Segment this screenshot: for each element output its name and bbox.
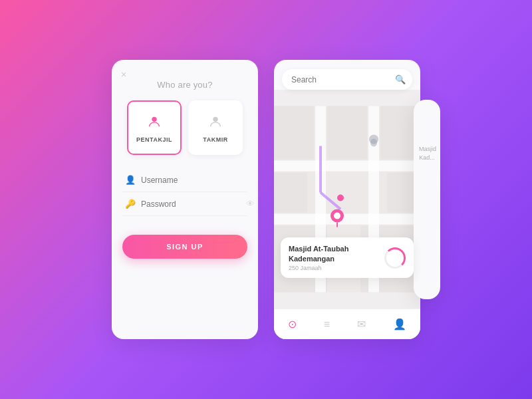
close-button[interactable]: × xyxy=(121,69,126,80)
map-card: 🔍 xyxy=(274,60,420,339)
svg-rect-4 xyxy=(327,106,367,160)
nav-inbox-icon[interactable]: ✉ xyxy=(357,318,366,331)
svg-point-1 xyxy=(213,117,217,122)
username-row: 👤 xyxy=(122,168,247,192)
signup-button[interactable]: SIGN UP xyxy=(122,235,247,259)
role-takmir[interactable]: TAKMIR xyxy=(188,100,243,155)
search-input[interactable] xyxy=(291,75,391,84)
svg-rect-3 xyxy=(274,106,314,160)
password-icon: 🔑 xyxy=(125,199,136,209)
search-icon: 🔍 xyxy=(395,74,406,84)
username-input[interactable] xyxy=(141,176,245,185)
password-row: 🔑 👁 xyxy=(122,192,247,216)
pentakjil-label: PENTAKJIL xyxy=(136,136,172,143)
nav-list-icon[interactable]: ≡ xyxy=(324,319,330,331)
bottom-nav: ⊙ ≡ ✉ 👤 xyxy=(274,309,420,339)
svg-rect-13 xyxy=(274,214,420,225)
location-info-card: Masjid At-TaubahKademangan 250 Jamaah xyxy=(281,237,414,278)
nav-home-icon[interactable]: ⊙ xyxy=(288,318,297,331)
location-info-text: Masjid At-TaubahKademangan 250 Jamaah xyxy=(289,244,348,271)
login-card: × Who are you? PENTAKJIL TAKMIR 👤 xyxy=(112,60,258,339)
search-bar: 🔍 xyxy=(282,69,412,90)
location-name: Masjid At-TaubahKademangan xyxy=(289,244,348,263)
password-input[interactable] xyxy=(141,200,241,209)
location-sub: 250 Jamaah xyxy=(289,265,348,271)
progress-donut xyxy=(384,247,406,269)
svg-rect-12 xyxy=(274,161,420,172)
takmir-icon xyxy=(206,112,225,131)
username-icon: 👤 xyxy=(125,175,136,185)
takmir-label: TAKMIR xyxy=(203,136,227,143)
role-pentakjil[interactable]: PENTAKJIL xyxy=(127,100,182,155)
next-card-peek: MasjidKad... xyxy=(414,100,440,299)
svg-rect-6 xyxy=(274,173,307,213)
map-area: Masjid At-TaubahKademangan 250 Jamaah xyxy=(274,90,420,309)
role-grid: PENTAKJIL TAKMIR xyxy=(127,100,243,155)
svg-point-20 xyxy=(334,213,340,219)
svg-point-18 xyxy=(369,135,378,144)
who-title: Who are you? xyxy=(157,80,212,90)
svg-point-0 xyxy=(152,117,156,122)
svg-point-16 xyxy=(337,195,344,201)
nav-profile-icon[interactable]: 👤 xyxy=(393,318,406,331)
eye-icon[interactable]: 👁 xyxy=(246,199,255,209)
pentakjil-icon xyxy=(145,112,164,131)
